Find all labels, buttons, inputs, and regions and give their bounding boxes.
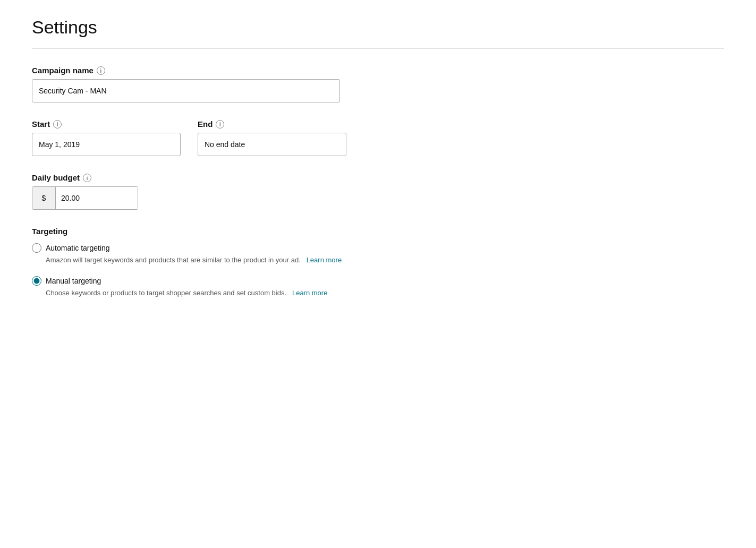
automatic-targeting-learn-more[interactable]: Learn more xyxy=(307,256,342,264)
budget-input-group: $ xyxy=(32,186,138,210)
dates-section: Start i End i xyxy=(32,119,724,156)
automatic-targeting-header: Automatic targeting xyxy=(32,243,724,253)
automatic-targeting-title[interactable]: Automatic targeting xyxy=(46,244,110,252)
page-title: Settings xyxy=(32,17,724,38)
manual-targeting-option: Manual targeting Choose keywords or prod… xyxy=(32,276,724,298)
start-date-field: Start i xyxy=(32,119,181,156)
campaign-name-section: Campaign name i xyxy=(32,66,724,102)
manual-targeting-learn-more[interactable]: Learn more xyxy=(292,289,327,297)
end-date-field: End i xyxy=(198,119,346,156)
targeting-label: Targeting xyxy=(32,227,724,236)
start-date-label: Start i xyxy=(32,119,181,129)
automatic-targeting-radio[interactable] xyxy=(32,243,41,253)
campaign-name-info-icon[interactable]: i xyxy=(97,66,105,75)
budget-currency-prefix: $ xyxy=(32,187,56,209)
daily-budget-section: Daily budget i $ xyxy=(32,173,724,210)
manual-targeting-title[interactable]: Manual targeting xyxy=(46,277,101,285)
start-date-input[interactable] xyxy=(32,133,181,156)
manual-targeting-radio[interactable] xyxy=(32,276,41,286)
targeting-section: Targeting Automatic targeting Amazon wil… xyxy=(32,227,724,298)
end-date-label: End i xyxy=(198,119,346,129)
end-date-input[interactable] xyxy=(198,133,346,156)
section-divider xyxy=(32,48,724,49)
daily-budget-input[interactable] xyxy=(56,187,138,209)
campaign-name-input[interactable] xyxy=(32,79,340,102)
end-date-info-icon[interactable]: i xyxy=(216,120,224,129)
campaign-name-label: Campaign name i xyxy=(32,66,724,75)
page-container: Settings Campaign name i Start i End i xyxy=(0,0,756,548)
manual-targeting-description: Choose keywords or products to target sh… xyxy=(46,288,724,298)
manual-targeting-header: Manual targeting xyxy=(32,276,724,286)
daily-budget-label: Daily budget i xyxy=(32,173,724,182)
date-row: Start i End i xyxy=(32,119,724,156)
daily-budget-info-icon[interactable]: i xyxy=(83,174,91,182)
automatic-targeting-description: Amazon will target keywords and products… xyxy=(46,255,724,266)
start-date-info-icon[interactable]: i xyxy=(53,120,62,129)
automatic-targeting-option: Automatic targeting Amazon will target k… xyxy=(32,243,724,266)
